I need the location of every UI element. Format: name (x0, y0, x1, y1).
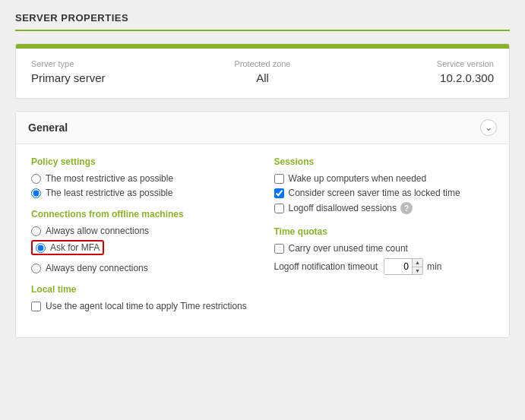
wake-up-item: Wake up computers when needed (274, 173, 495, 184)
local-time-label[interactable]: Use the agent local time to apply Time r… (46, 301, 247, 311)
policy-most-restrictive-item: The most restrictive as possible (31, 173, 251, 184)
logoff-timeout-decrement[interactable]: ▼ (413, 267, 422, 276)
wake-up-label[interactable]: Wake up computers when needed (289, 173, 427, 184)
general-section-header: General ⌄ (16, 112, 509, 144)
server-type-label: Server type (31, 59, 185, 68)
conn-mfa-radio[interactable] (36, 243, 46, 253)
logoff-disallowed-help-icon[interactable]: ? (400, 202, 413, 214)
logoff-timeout-increment[interactable]: ▲ (413, 258, 422, 267)
logoff-timeout-unit: min (427, 261, 441, 272)
conn-always-radio[interactable] (31, 226, 41, 236)
policy-most-radio[interactable] (31, 174, 41, 184)
page-container: SERVER PROPERTIES Server type Primary se… (0, 0, 525, 350)
general-section: General ⌄ Policy settings The most restr… (15, 111, 510, 338)
policy-least-label[interactable]: The least restrictive as possible (46, 188, 172, 198)
conn-deny-radio[interactable] (31, 264, 41, 273)
logoff-timeout-spinners: ▲ ▼ (412, 258, 422, 275)
policy-settings-group: Policy settings The most restrictive as … (31, 156, 251, 198)
logoff-timeout-label: Logoff notification timeout (274, 261, 378, 272)
connections-title: Connections from offline machines (31, 209, 251, 219)
page-title: SERVER PROPERTIES (15, 12, 510, 31)
left-column: Policy settings The most restrictive as … (31, 156, 251, 322)
policy-settings-title: Policy settings (31, 156, 251, 167)
conn-always-label[interactable]: Always allow connections (46, 226, 149, 236)
conn-mfa-label[interactable]: Ask for MFA (50, 242, 100, 253)
wake-up-checkbox[interactable] (274, 174, 284, 184)
conn-mfa-highlighted-item: Ask for MFA (31, 240, 104, 255)
time-quotas-title: Time quotas (274, 226, 495, 237)
screen-saver-item: Consider screen saver time as locked tim… (274, 188, 495, 198)
carry-over-checkbox[interactable] (274, 244, 284, 254)
collapse-button[interactable]: ⌄ (480, 119, 497, 136)
policy-least-restrictive-item: The least restrictive as possible (31, 188, 251, 198)
server-info-card: Server type Primary server Protected zon… (15, 43, 510, 99)
conn-deny-label[interactable]: Always deny connections (46, 263, 148, 273)
service-version-value: 10.2.0.300 (340, 71, 494, 84)
logoff-timeout-input[interactable] (384, 259, 412, 274)
server-type-field: Server type Primary server (31, 59, 185, 84)
general-section-body: Policy settings The most restrictive as … (16, 144, 509, 337)
conn-deny-item: Always deny connections (31, 263, 251, 273)
server-type-value: Primary server (31, 71, 185, 84)
local-time-group: Local time Use the agent local time to a… (31, 284, 251, 311)
logoff-disallowed-item: Logoff disallowed sessions ? (274, 202, 495, 214)
logoff-disallowed-checkbox[interactable] (274, 204, 284, 213)
sessions-group: Sessions Wake up computers when needed C… (274, 156, 495, 214)
carry-over-label[interactable]: Carry over unused time count (289, 243, 408, 254)
policy-radio-group: The most restrictive as possible The lea… (31, 173, 251, 198)
right-column: Sessions Wake up computers when needed C… (274, 156, 495, 322)
screen-saver-checkbox[interactable] (274, 188, 284, 198)
local-time-title: Local time (31, 284, 251, 295)
protected-zone-field: Protected zone All (185, 59, 340, 84)
time-quotas-group: Time quotas Carry over unused time count… (274, 226, 495, 275)
screen-saver-label[interactable]: Consider screen saver time as locked tim… (289, 188, 460, 198)
policy-least-radio[interactable] (31, 188, 41, 198)
sessions-title: Sessions (274, 156, 495, 167)
logoff-timeout-row: Logoff notification timeout ▲ ▼ min (274, 258, 495, 275)
logoff-disallowed-label[interactable]: Logoff disallowed sessions (289, 203, 397, 213)
connections-group: Connections from offline machines Always… (31, 209, 251, 273)
protected-zone-value: All (185, 71, 340, 84)
conn-always-item: Always allow connections (31, 226, 251, 236)
policy-most-label[interactable]: The most restrictive as possible (46, 173, 173, 184)
connections-radio-group: Always allow connections Ask for MFA Alw… (31, 226, 251, 273)
service-version-label: Service version (340, 59, 494, 68)
carry-over-item: Carry over unused time count (274, 243, 495, 254)
protected-zone-label: Protected zone (185, 59, 340, 68)
service-version-field: Service version 10.2.0.300 (340, 59, 494, 84)
logoff-timeout-input-wrap: ▲ ▼ (384, 258, 423, 275)
general-title: General (28, 122, 68, 134)
local-time-checkbox-item: Use the agent local time to apply Time r… (31, 301, 251, 311)
server-info-fields: Server type Primary server Protected zon… (16, 49, 509, 98)
local-time-checkbox[interactable] (31, 302, 41, 311)
